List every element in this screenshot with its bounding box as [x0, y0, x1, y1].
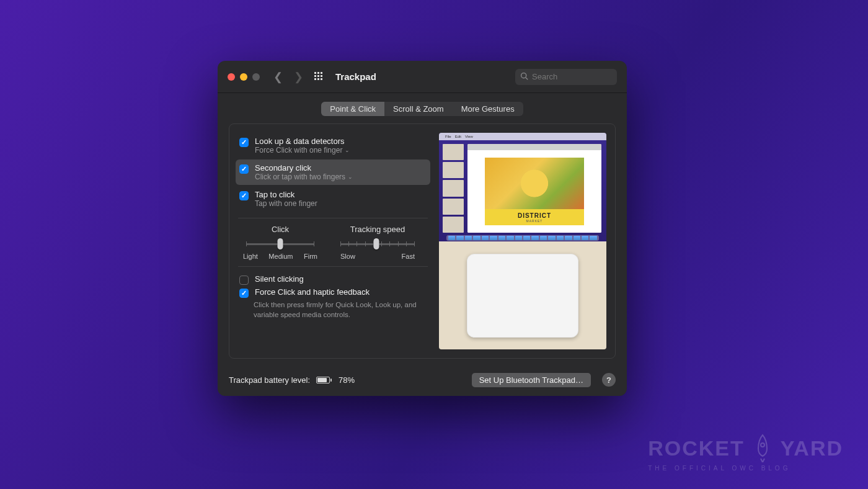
option-secondary-sub[interactable]: Click or tap with two fingers [255, 173, 345, 181]
help-button[interactable]: ? [602, 373, 616, 387]
preview-dock [446, 235, 599, 241]
checkbox-lookup[interactable] [239, 138, 249, 147]
divider [238, 266, 428, 267]
battery-percent: 78% [339, 375, 355, 385]
svg-rect-2 [321, 72, 322, 74]
slider-click-max: Firm [304, 253, 317, 260]
option-force-click[interactable]: Force Click and haptic feedback [238, 286, 428, 299]
svg-rect-5 [321, 75, 322, 77]
titlebar: ❮ ❯ Trackpad [218, 61, 627, 93]
footer: Trackpad battery level: 78% Set Up Bluet… [218, 366, 627, 396]
search-icon [520, 72, 528, 82]
chevron-down-icon[interactable]: ⌄ [348, 174, 353, 180]
close-button[interactable] [228, 73, 235, 81]
slider-click-mid: Medium [268, 253, 293, 260]
preview-desk [439, 241, 606, 349]
search-field[interactable] [515, 69, 617, 85]
preview-screen: FileEditView DISTRICT MARKET [439, 133, 606, 241]
option-force-desc: Click then press firmly for Quick Look, … [254, 300, 428, 320]
preview-app-window: DISTRICT MARKET [467, 144, 601, 233]
tab-bar: Point & Click Scroll & Zoom More Gesture… [321, 102, 523, 116]
watermark-tagline: THE OFFICIAL OWC BLOG [648, 465, 843, 472]
svg-rect-8 [321, 78, 322, 80]
option-tap-to-click[interactable]: Tap to click Tap with one finger [236, 186, 430, 212]
checkbox-silent[interactable] [239, 276, 249, 285]
tab-scroll-zoom[interactable]: Scroll & Zoom [384, 102, 453, 116]
preview-trackpad [467, 254, 578, 338]
option-tap-sub: Tap with one finger [255, 199, 317, 208]
option-silent-title: Silent clicking [255, 274, 304, 284]
option-silent-clicking[interactable]: Silent clicking [238, 273, 428, 286]
poster-sub: MARKET [526, 219, 543, 223]
slider-click-label: Click [272, 225, 289, 234]
option-secondary-title: Secondary click [255, 163, 353, 173]
back-button[interactable]: ❮ [273, 70, 283, 84]
grid-icon[interactable] [314, 72, 324, 82]
forward-button[interactable]: ❯ [294, 70, 303, 84]
svg-rect-3 [314, 75, 316, 77]
checkbox-secondary[interactable] [239, 164, 249, 174]
window-controls [228, 73, 260, 81]
setup-bluetooth-button[interactable]: Set Up Bluetooth Trackpad… [472, 373, 591, 387]
slider-click-min: Light [243, 253, 258, 260]
svg-point-11 [761, 443, 764, 447]
preview-thumbs [443, 144, 464, 233]
svg-rect-1 [317, 72, 319, 74]
tab-more-gestures[interactable]: More Gestures [453, 102, 523, 116]
preview-poster: DISTRICT MARKET [482, 155, 587, 228]
svg-point-9 [521, 73, 526, 78]
checkbox-tap[interactable] [239, 191, 249, 200]
gesture-preview: FileEditView DISTRICT MARKET [439, 133, 606, 349]
svg-rect-6 [314, 78, 316, 80]
option-lookup-sub[interactable]: Force Click with one finger [255, 146, 342, 155]
battery-label: Trackpad battery level: [229, 375, 310, 385]
slider-click-knob[interactable] [278, 238, 283, 249]
svg-rect-7 [317, 78, 319, 80]
minimize-button[interactable] [240, 73, 247, 81]
slider-click-track[interactable] [246, 238, 314, 250]
option-force-title: Force Click and haptic feedback [255, 287, 370, 297]
slider-tracking-min: Slow [340, 253, 355, 260]
checkbox-force[interactable] [239, 289, 249, 298]
system-preferences-window: ❮ ❯ Trackpad Point & Click Scroll & Zoom… [218, 61, 627, 396]
slider-click: Click Light Medium Firm [243, 225, 317, 260]
option-tap-title: Tap to click [255, 190, 317, 199]
search-input[interactable] [532, 72, 612, 81]
tab-point-click[interactable]: Point & Click [321, 102, 384, 116]
rocket-icon [753, 434, 772, 462]
slider-tracking-max: Fast [402, 253, 415, 260]
svg-rect-4 [317, 75, 319, 77]
slider-tracking-knob[interactable] [373, 238, 379, 249]
slider-tracking: Tracking speed Slow Fast [337, 225, 418, 260]
option-lookup[interactable]: Look up & data detectors Force Click wit… [236, 133, 430, 158]
settings-panel: Look up & data detectors Force Click wit… [229, 123, 616, 359]
watermark: ROCKET YARD THE OFFICIAL OWC BLOG [648, 434, 843, 472]
poster-title: DISTRICT [518, 212, 551, 219]
svg-rect-0 [314, 72, 316, 74]
option-secondary-click[interactable]: Secondary click Click or tap with two fi… [236, 159, 430, 185]
slider-tracking-track[interactable] [340, 238, 415, 250]
watermark-brand-right: YARD [781, 436, 843, 460]
slider-tracking-label: Tracking speed [350, 225, 405, 234]
divider [238, 218, 428, 218]
chevron-down-icon[interactable]: ⌄ [345, 147, 350, 153]
option-lookup-title: Look up & data detectors [255, 137, 350, 146]
zoom-button[interactable] [252, 73, 260, 81]
window-title: Trackpad [335, 71, 376, 82]
preview-menubar: FileEditView [439, 133, 606, 140]
battery-icon [316, 377, 330, 384]
watermark-brand-left: ROCKET [648, 436, 745, 460]
svg-line-10 [526, 77, 528, 79]
